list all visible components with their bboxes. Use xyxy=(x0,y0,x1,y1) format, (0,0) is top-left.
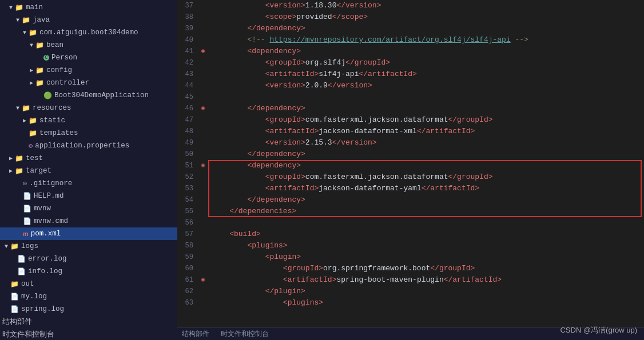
tree-item-static[interactable]: ▶ 📁 static xyxy=(0,114,177,127)
line-gutter-48 xyxy=(198,126,208,137)
line-gutter-55 xyxy=(198,206,208,217)
line-content-60: <groupId>org.springframework.boot</group… xyxy=(208,263,644,274)
line-number-57: 57 xyxy=(177,229,198,240)
bean-icon-person: C xyxy=(43,55,49,61)
tree-item-errorlog[interactable]: 📄 error.log xyxy=(0,253,177,265)
line-content-63: <plugins> xyxy=(208,297,644,309)
line-gutter-49 xyxy=(198,137,208,149)
line-gutter-60 xyxy=(198,263,208,274)
tree-item-helpmd[interactable]: 📄 HELP.md xyxy=(0,190,177,202)
label-person: Person xyxy=(51,54,177,62)
tree-item-mylog[interactable]: 📄 my.log xyxy=(0,290,177,303)
code-row-48: 48 <artifactId>jackson-dataformat-xml</a… xyxy=(177,126,644,137)
tree-item-struct[interactable]: 结构部件 xyxy=(0,315,177,328)
line-content-45 xyxy=(208,91,644,103)
tree-item-bootapp[interactable]: 🟢 Boot304DemoApplication xyxy=(0,89,177,102)
tree-item-controller[interactable]: ▶ 📁 controller xyxy=(0,77,177,89)
tree-item-pomxml[interactable]: m pom.xml xyxy=(0,227,177,240)
code-row-45: 45 xyxy=(177,91,644,103)
line-number-50: 50 xyxy=(177,149,198,160)
folder-icon-target: 📁 xyxy=(15,167,23,175)
code-row-57: 57 <build> xyxy=(177,229,644,240)
tree-item-gitignore[interactable]: ⊙ .gitignore xyxy=(0,177,177,190)
label-test: test xyxy=(26,154,177,162)
line-number-62: 62 xyxy=(177,286,198,297)
tree-item-mvnwcmd[interactable]: 📄 mvnw.cmd xyxy=(0,215,177,227)
line-number-56: 56 xyxy=(177,217,198,229)
code-row-58: 58 <plugins> xyxy=(177,240,644,251)
code-row-51: 51◉ <dependency> xyxy=(177,160,644,171)
line-content-59: <plugin> xyxy=(208,251,644,263)
label-pomxml: pom.xml xyxy=(31,230,177,238)
log-icon-my: 📄 xyxy=(10,293,19,301)
line-number-59: 59 xyxy=(177,251,198,263)
line-gutter-37 xyxy=(198,0,208,11)
log-icon-spring: 📄 xyxy=(10,305,19,314)
tree-item-console[interactable]: 时文件和控制台 xyxy=(0,328,177,340)
label-resources: resources xyxy=(33,104,177,112)
folder-icon-test: 📁 xyxy=(15,154,23,163)
folder-icon-java: 📁 xyxy=(22,16,30,25)
code-row-38: 38 <scope>provided</scope> xyxy=(177,11,644,23)
tree-item-resources[interactable]: ▼ 📁 resources xyxy=(0,102,177,114)
tree-item-target[interactable]: ▶ 📁 target xyxy=(0,165,177,177)
code-editor[interactable]: 37 <version>1.18.30</version>38 <scope>p… xyxy=(177,0,644,327)
tree-item-appprops[interactable]: ⚙ application.properties xyxy=(0,139,177,152)
props-icon-appprops: ⚙ xyxy=(29,142,33,150)
line-gutter-63 xyxy=(198,297,208,309)
line-gutter-44 xyxy=(198,80,208,91)
tree-item-config[interactable]: ▶ 📁 config xyxy=(0,64,177,77)
line-gutter-53 xyxy=(198,183,208,194)
code-table: 37 <version>1.18.30</version>38 <scope>p… xyxy=(177,0,644,309)
tree-item-package[interactable]: ▼ 📁 com.atguigu.boot304demo xyxy=(0,26,177,39)
bottom-struct: 结构部件 xyxy=(182,329,209,339)
line-content-39: </dependency> xyxy=(208,23,644,34)
code-row-56: 56 xyxy=(177,217,644,229)
arrow-package: ▼ xyxy=(21,30,29,36)
tree-item-mvnw[interactable]: 📄 mvnw xyxy=(0,202,177,215)
arrow-main: ▼ xyxy=(7,5,15,11)
label-springlog: spring.log xyxy=(21,305,177,313)
tree-item-test[interactable]: ▶ 📁 test xyxy=(0,152,177,165)
folder-icon-logs: 📁 xyxy=(10,242,19,251)
label-infolog: info.log xyxy=(28,267,177,275)
bottom-console: 时文件和控制台 xyxy=(221,329,269,339)
tree-item-logs[interactable]: ▼ 📁 logs xyxy=(0,240,177,253)
line-gutter-39 xyxy=(198,23,208,34)
line-number-47: 47 xyxy=(177,114,198,126)
line-gutter-57 xyxy=(198,229,208,240)
line-gutter-45 xyxy=(198,91,208,103)
folder-icon-resources: 📁 xyxy=(22,104,30,113)
watermark: CSDN @冯洁(grow up) xyxy=(560,325,637,335)
code-row-54: 54 </dependency> xyxy=(177,194,644,206)
line-content-37: <version>1.18.30</version> xyxy=(208,0,644,11)
label-console: 时文件和控制台 xyxy=(2,330,177,339)
code-row-55: 55 </dependencies> xyxy=(177,206,644,217)
line-content-55: </dependencies> xyxy=(208,206,644,217)
label-bootapp: Boot304DemoApplication xyxy=(54,91,177,99)
line-content-38: <scope>provided</scope> xyxy=(208,11,644,23)
tree-item-main[interactable]: ▼ 📁 main xyxy=(0,1,177,14)
md-icon-helpmd: 📄 xyxy=(23,192,31,201)
tree-item-springlog[interactable]: 📄 spring.log xyxy=(0,303,177,315)
line-number-63: 63 xyxy=(177,297,198,309)
tree-item-java[interactable]: ▼ 📁 java xyxy=(0,14,177,26)
code-row-49: 49 <version>2.15.3</version> xyxy=(177,137,644,149)
line-gutter-59 xyxy=(198,251,208,263)
log-icon-info: 📄 xyxy=(17,267,26,276)
tree-item-person[interactable]: C Person xyxy=(0,51,177,64)
file-tree[interactable]: ▼ 📁 main ▼ 📁 java ▼ 📁 com.atguigu.boot30… xyxy=(0,0,177,340)
code-row-52: 52 <groupId>com.fasterxml.jackson.datafo… xyxy=(177,171,644,183)
code-row-40: 40 <!-- https://mvnrepository.com/artifa… xyxy=(177,34,644,46)
line-content-43: <artifactId>slf4j-api</artifactId> xyxy=(208,69,644,80)
tree-item-bean[interactable]: ▼ 📁 bean xyxy=(0,39,177,51)
label-controller: controller xyxy=(46,79,177,87)
tree-item-templates[interactable]: 📁 templates xyxy=(0,127,177,139)
tree-item-infolog[interactable]: 📄 info.log xyxy=(0,265,177,278)
line-number-39: 39 xyxy=(177,23,198,34)
line-content-50: </dependency> xyxy=(208,149,644,160)
line-content-49: <version>2.15.3</version> xyxy=(208,137,644,149)
code-row-42: 42 <groupId>org.slf4j</groupId> xyxy=(177,57,644,69)
tree-item-out[interactable]: 📁 out xyxy=(0,278,177,290)
line-gutter-51: ◉ xyxy=(198,160,208,171)
